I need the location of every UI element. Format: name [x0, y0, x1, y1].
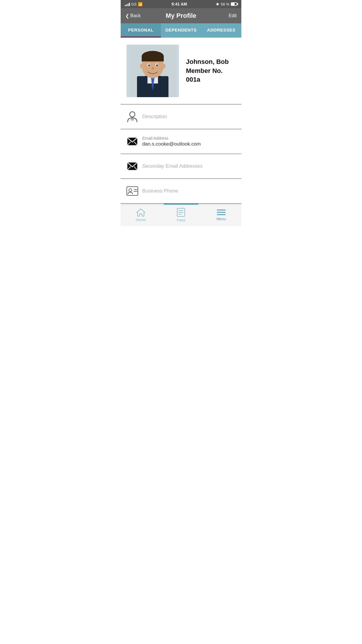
email-row[interactable]: Email Address dan.s.cooke@outlook.com: [121, 129, 241, 154]
chevron-left-icon: ❮: [125, 13, 129, 19]
svg-rect-9: [142, 56, 164, 62]
bottom-tab-feed[interactable]: Feed: [169, 208, 193, 222]
home-label: Home: [136, 218, 146, 222]
secondary-email-icon: [126, 160, 139, 173]
signal-bars: [125, 2, 130, 6]
home-icon: [136, 208, 145, 216]
bottom-tab-home[interactable]: Home: [129, 208, 152, 222]
description-row[interactable]: Description: [121, 104, 241, 129]
description-content: Description: [139, 114, 236, 120]
nav-bar: ❮ Back My Profile Edit: [121, 8, 241, 23]
contact-card-icon: [126, 185, 139, 197]
profile-member-no: Member No. 001a: [186, 66, 236, 85]
profile-name: Johnson, Bob: [186, 57, 236, 66]
email-label: Email Address: [142, 136, 236, 141]
bluetooth-icon: ✱: [216, 2, 219, 6]
description-placeholder: Description: [142, 114, 236, 120]
status-bar: GS 📶 9:41 AM ✱ 58 %: [121, 0, 241, 8]
tab-bar: PERSONAL DEPENDENTS ADDRESSES: [121, 23, 241, 38]
profile-info: Johnson, Bob Member No. 001a: [179, 57, 236, 84]
tab-addresses[interactable]: ADDRESSES: [201, 23, 241, 38]
feed-icon: [177, 208, 185, 217]
status-bar-right: ✱ 58 %: [216, 2, 237, 6]
person-icon: [126, 110, 139, 123]
profile-section: Johnson, Bob Member No. 001a: [121, 38, 241, 104]
status-bar-time: 9:41 AM: [171, 2, 187, 6]
menu-icon: [217, 209, 226, 216]
business-phone-content: Business Phone: [139, 188, 236, 194]
email-value: dan.s.cooke@outlook.com: [142, 141, 236, 147]
svg-rect-19: [131, 118, 133, 119]
svg-point-14: [152, 67, 154, 69]
tab-dependents[interactable]: DEPENDENTS: [161, 23, 201, 38]
battery-indicator: [231, 2, 237, 6]
svg-point-16: [162, 64, 166, 69]
business-phone-placeholder: Business Phone: [142, 188, 236, 194]
back-label: Back: [130, 13, 141, 18]
svg-marker-30: [137, 209, 145, 216]
bottom-tab-menu[interactable]: Menu: [210, 209, 233, 221]
carrier-label: GS: [131, 2, 137, 6]
business-phone-row[interactable]: Business Phone: [121, 179, 241, 203]
svg-point-17: [130, 112, 135, 117]
svg-point-15: [140, 64, 144, 69]
email-icon: [126, 135, 139, 148]
email-content: Email Address dan.s.cooke@outlook.com: [139, 136, 236, 147]
edit-button[interactable]: Edit: [219, 13, 237, 18]
feed-label: Feed: [177, 218, 185, 222]
secondary-email-row[interactable]: Seconday Email Addresses: [121, 154, 241, 178]
wifi-icon: 📶: [138, 2, 143, 6]
svg-point-27: [129, 189, 132, 192]
bottom-bar: Home Feed Menu: [121, 205, 241, 226]
secondary-email-content: Seconday Email Addresses: [139, 163, 236, 169]
svg-point-13: [156, 64, 158, 66]
battery-percent: 58 %: [221, 2, 229, 6]
secondary-email-placeholder: Seconday Email Addresses: [142, 163, 236, 169]
svg-rect-18: [131, 120, 134, 120]
avatar: [126, 45, 179, 97]
svg-point-12: [148, 64, 150, 66]
status-bar-left: GS 📶: [125, 2, 143, 6]
menu-label: Menu: [217, 217, 226, 221]
back-button[interactable]: ❮ Back: [125, 13, 143, 19]
tab-personal[interactable]: PERSONAL: [121, 23, 161, 38]
page-title: My Profile: [143, 12, 219, 20]
